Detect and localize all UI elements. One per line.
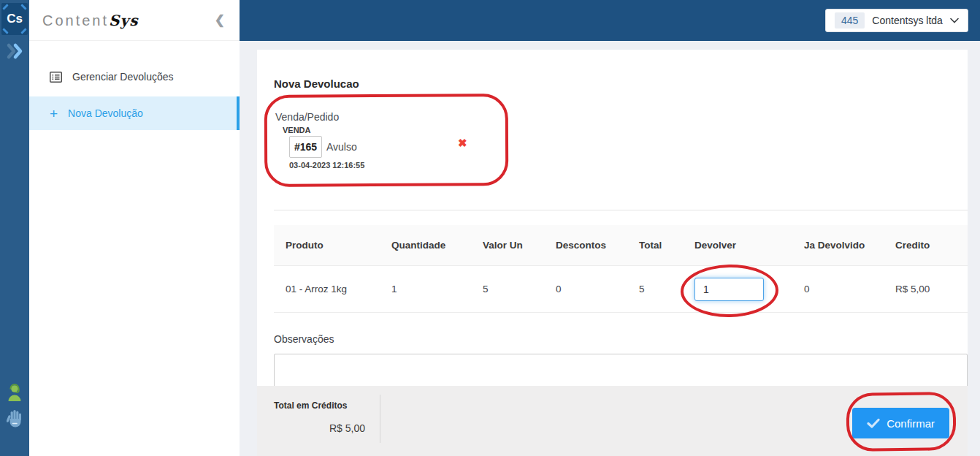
devolver-input[interactable] — [694, 278, 764, 301]
logo-corner-tick — [20, 28, 26, 34]
list-icon — [50, 72, 62, 83]
sidebar-item-label: Nova Devolução — [68, 107, 143, 119]
double-chevron-right-icon — [5, 42, 26, 60]
col-header-credito: Credito — [895, 240, 968, 251]
col-header-devolver: Devolver — [694, 240, 804, 251]
page-title: Nova Devolucao — [274, 77, 359, 90]
logo-corner-tick — [2, 28, 8, 34]
check-icon — [867, 418, 880, 428]
account-name: Contentsys ltda — [872, 15, 943, 26]
brand-header: ContentSys ❮ — [29, 0, 240, 41]
expand-sidebar-button[interactable] — [5, 42, 26, 60]
observations-label: Observações — [274, 333, 334, 345]
sidebar-item-label: Gerenciar Devoluções — [72, 71, 174, 83]
col-header-ja-devolvido: Ja Devolvido — [804, 240, 895, 251]
col-header-total: Total — [639, 240, 694, 251]
col-header-valor-un: Valor Un — [483, 240, 556, 251]
section-divider — [274, 210, 968, 210]
cell-devolver — [694, 278, 804, 301]
hand-button[interactable] — [7, 409, 23, 432]
chevron-down-icon — [950, 18, 959, 23]
table-row: 01 - Arroz 1kg 1 5 0 5 0 R$ 5,00 — [274, 266, 968, 313]
logo-corner-tick — [2, 4, 8, 10]
plus-icon: + — [50, 107, 58, 121]
totals-block: Total em Créditos R$ 5,00 — [274, 400, 365, 434]
sale-number-box: #165 — [289, 136, 322, 158]
support-button[interactable] — [6, 381, 23, 405]
sale-mode-label: Avulso — [326, 141, 357, 153]
cell-produto: 01 - Arroz 1kg — [286, 284, 391, 294]
main-card: Nova Devolucao Venda/Pedido VENDA #165 A… — [257, 50, 968, 456]
cell-descontos: 0 — [556, 284, 639, 294]
col-header-descontos: Descontos — [556, 240, 639, 251]
confirm-button-label: Confirmar — [887, 417, 935, 430]
footer-bar: Total em Créditos R$ 5,00 Confirmar — [257, 386, 968, 456]
cell-quantidade: 1 — [391, 284, 483, 294]
account-selector[interactable]: 445 Contentsys ltda — [825, 9, 968, 32]
app-root: Cs — [0, 0, 980, 456]
cell-ja-devolvido: 0 — [804, 284, 895, 294]
sale-picker-label: Venda/Pedido — [275, 111, 339, 123]
sidebar-item-nova-devolucao[interactable]: + Nova Devolução — [29, 96, 240, 130]
cell-credito: R$ 5,00 — [895, 284, 968, 294]
sidebar-item-gerenciar-devolucoes[interactable]: Gerenciar Devoluções — [29, 60, 240, 94]
support-person-icon — [6, 381, 23, 402]
app-logo[interactable]: Cs — [1, 3, 28, 35]
brand-logotype: ContentSys — [42, 12, 138, 29]
account-code-badge: 445 — [835, 12, 865, 28]
table-header-row: Produto Quantidade Valor Un Descontos To… — [274, 225, 968, 266]
remove-sale-button[interactable]: ✖ — [458, 137, 467, 150]
sidebar: Gerenciar Devoluções + Nova Devolução — [29, 41, 240, 456]
footer-divider — [380, 395, 380, 443]
col-header-quantidade: Quantidade — [391, 240, 483, 251]
sale-type-label: VENDA — [283, 126, 311, 134]
sale-datetime: 03-04-2023 12:16:55 — [289, 161, 364, 170]
total-credits-value: R$ 5,00 — [274, 422, 365, 434]
logo-monogram: Cs — [7, 12, 23, 26]
total-credits-label: Total em Créditos — [274, 400, 365, 411]
open-hand-icon — [7, 409, 23, 429]
col-header-produto: Produto — [286, 240, 391, 251]
cell-valor-un: 5 — [483, 284, 556, 294]
logo-corner-tick — [20, 4, 26, 10]
collapse-sidebar-button[interactable]: ❮ — [215, 12, 225, 28]
confirm-button[interactable]: Confirmar — [852, 408, 949, 438]
left-rail: Cs — [0, 0, 29, 456]
cell-total: 5 — [639, 284, 694, 294]
